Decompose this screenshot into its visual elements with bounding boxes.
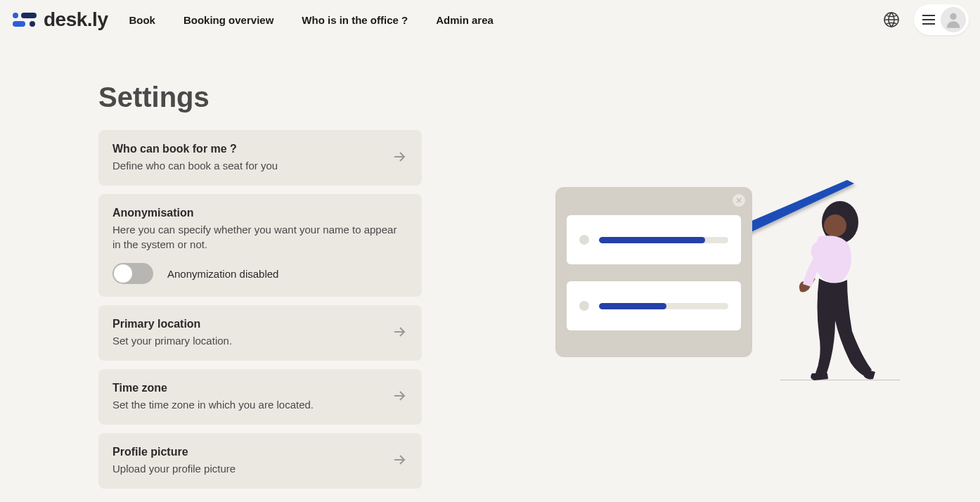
main-nav: Book Booking overview Who is in the offi… (129, 14, 493, 26)
card-profile-picture[interactable]: Profile picture Upload your profile pict… (98, 433, 422, 489)
card-desc: Define who can book a seat for you (112, 158, 380, 173)
nav-booking-overview[interactable]: Booking overview (183, 14, 273, 26)
arrow-right-icon (391, 148, 408, 168)
header: desk.ly Book Booking overview Who is in … (0, 0, 980, 39)
card-title: Time zone (112, 382, 380, 394)
card-desc: Set the time zone in which you are locat… (112, 397, 380, 412)
nav-who-in-office[interactable]: Who is in the office ? (302, 14, 408, 26)
svg-point-5 (950, 13, 956, 20)
arrow-right-icon (391, 451, 408, 471)
logo[interactable]: desk.ly (11, 8, 108, 31)
card-content: Time zone Set the time zone in which you… (112, 382, 380, 412)
settings-column: Settings Who can book for me ? Define wh… (98, 82, 422, 497)
card-desc: Upload your profile picture (112, 461, 380, 476)
person-illustration (780, 201, 879, 384)
svg-rect-1 (21, 13, 37, 18)
illustration-bar (599, 237, 728, 243)
profile-menu[interactable] (914, 4, 969, 35)
toggle-row: Anonymization disabled (112, 263, 408, 284)
card-desc: Here you can specify whether you want yo… (112, 222, 408, 252)
hamburger-icon (922, 15, 935, 25)
card-time-zone[interactable]: Time zone Set the time zone in which you… (98, 369, 422, 425)
svg-point-0 (13, 13, 18, 18)
svg-point-9 (824, 214, 846, 237)
language-icon[interactable] (883, 11, 900, 28)
illustration-column (450, 82, 882, 497)
arrow-right-icon (391, 323, 408, 343)
main-content: Settings Who can book for me ? Define wh… (0, 39, 980, 497)
card-title: Anonymisation (112, 207, 408, 219)
card-content: Who can book for me ? Define who can boo… (112, 143, 380, 173)
illustration-bar (599, 303, 728, 309)
anonymization-toggle[interactable] (112, 263, 153, 284)
logo-text: desk.ly (44, 8, 108, 31)
card-title: Primary location (112, 318, 380, 330)
card-anonymisation: Anonymisation Here you can specify wheth… (98, 194, 422, 297)
logo-icon (11, 10, 39, 30)
svg-rect-2 (13, 21, 25, 27)
illustration-row (567, 281, 741, 330)
card-who-can-book[interactable]: Who can book for me ? Define who can boo… (98, 130, 422, 186)
avatar (941, 7, 966, 32)
nav-book[interactable]: Book (129, 14, 155, 26)
card-content: Primary location Set your primary locati… (112, 318, 380, 348)
illustration-panel (555, 187, 752, 357)
arrow-right-icon (391, 387, 408, 407)
svg-point-3 (30, 21, 35, 27)
card-primary-location[interactable]: Primary location Set your primary locati… (98, 305, 422, 361)
header-right (883, 4, 969, 35)
illustration-dot-icon (579, 235, 589, 245)
card-title: Profile picture (112, 446, 380, 458)
toggle-label: Anonymization disabled (167, 268, 278, 280)
toggle-knob (114, 264, 132, 283)
illustration-row (567, 215, 741, 264)
illustration-dot-icon (579, 301, 589, 311)
page-title: Settings (98, 82, 422, 113)
nav-admin-area[interactable]: Admin area (436, 14, 494, 26)
illustration-close-icon (733, 194, 745, 207)
card-title: Who can book for me ? (112, 143, 380, 155)
card-content: Profile picture Upload your profile pict… (112, 446, 380, 476)
card-desc: Set your primary location. (112, 333, 380, 348)
